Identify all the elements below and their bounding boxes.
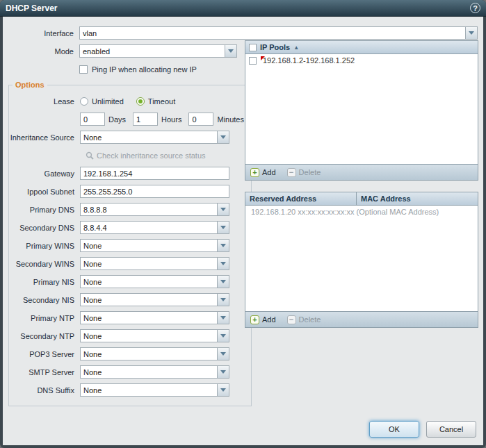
interface-input[interactable] xyxy=(80,27,465,39)
chevron-down-icon[interactable] xyxy=(217,131,229,143)
chevron-down-icon[interactable] xyxy=(217,312,229,324)
check-inheritance-label: Check inheritance source status xyxy=(97,151,206,160)
primary-wins-row: Primary WINS xyxy=(9,239,251,252)
dialog-actions: OK Cancel xyxy=(369,421,476,438)
primary-dns-input[interactable] xyxy=(81,204,217,215)
chevron-down-icon[interactable] xyxy=(465,27,477,39)
secondary-ntp-dropdown xyxy=(80,329,229,342)
dns-suffix-input[interactable] xyxy=(81,384,217,396)
primary-ntp-input[interactable] xyxy=(81,312,217,324)
secondary-nis-label: Secondary NIS xyxy=(9,296,80,304)
ip-pools-table: IP Pools ▲ 192.168.1.2-192.168.1.252 + A… xyxy=(245,40,478,181)
ping-checkbox[interactable] xyxy=(79,65,88,74)
chevron-down-icon[interactable] xyxy=(217,294,229,306)
cancel-button[interactable]: Cancel xyxy=(426,421,476,438)
hours-label: Hours xyxy=(161,115,181,124)
ip-pools-delete-button[interactable]: − Delete xyxy=(287,168,321,177)
lease-label: Lease xyxy=(9,97,80,106)
options-fields: GatewayIppool SubnetPrimary DNSSecondary… xyxy=(9,167,251,397)
options-legend: Options xyxy=(13,81,47,89)
chevron-down-icon[interactable] xyxy=(217,348,229,360)
smtp-server-input[interactable] xyxy=(81,366,217,378)
help-icon[interactable]: ? xyxy=(470,3,480,13)
ippool-subnet-input[interactable] xyxy=(81,185,229,197)
add-icon: + xyxy=(250,315,259,324)
primary-ntp-row: Primary NTP xyxy=(9,311,251,324)
reserved-address-column[interactable]: Reserved Address xyxy=(245,192,357,205)
gateway-input[interactable] xyxy=(81,167,229,179)
minutes-label: Minutes xyxy=(217,115,244,124)
mode-input[interactable] xyxy=(80,45,225,57)
reserved-add-button[interactable]: + Add xyxy=(250,315,276,324)
reserved-address-placeholder-row[interactable]: 192.168.1.20 xx:xx:xx:xx:xx:xx (Optional… xyxy=(245,206,478,218)
smtp-server-label: SMTP Server xyxy=(9,368,80,376)
reserved-address-header[interactable]: Reserved Address MAC Address xyxy=(245,192,478,206)
primary-nis-label: Primary NIS xyxy=(9,278,80,286)
ip-pools-header[interactable]: IP Pools ▲ xyxy=(245,41,478,54)
lease-timeout-radio[interactable] xyxy=(136,97,145,106)
primary-dns-label: Primary DNS xyxy=(9,206,80,214)
reserved-delete-button[interactable]: − Delete xyxy=(287,315,321,324)
chevron-down-icon[interactable] xyxy=(217,330,229,342)
ip-pools-body: 192.168.1.2-192.168.1.252 xyxy=(245,54,478,164)
days-field xyxy=(80,113,105,126)
secondary-nis-dropdown xyxy=(80,293,229,306)
dialog-titlebar: DHCP Server ? xyxy=(0,0,486,17)
ip-pool-row[interactable]: 192.168.1.2-192.168.1.252 xyxy=(245,54,478,67)
delete-icon: − xyxy=(287,315,296,324)
dialog-body: Interface Mode Ping IP when allocating n… xyxy=(3,17,483,445)
interface-dropdown xyxy=(79,26,478,40)
chevron-down-icon[interactable] xyxy=(217,258,229,269)
secondary-dns-input[interactable] xyxy=(81,222,217,233)
pop3-server-input[interactable] xyxy=(81,348,217,360)
primary-nis-row: Primary NIS xyxy=(9,275,251,288)
ping-checkbox-label: Ping IP when allocating new IP xyxy=(92,65,197,74)
secondary-wins-input[interactable] xyxy=(81,258,217,269)
minutes-field xyxy=(188,113,213,126)
primary-wins-label: Primary WINS xyxy=(9,242,80,250)
primary-dns-dropdown xyxy=(80,203,229,216)
gateway-label: Gateway xyxy=(9,169,80,178)
inheritance-source-input[interactable] xyxy=(81,131,217,143)
ip-pool-row-checkbox[interactable] xyxy=(249,57,257,65)
secondary-wins-dropdown xyxy=(80,257,229,270)
interface-row: Interface xyxy=(8,26,478,40)
primary-ntp-dropdown xyxy=(80,311,229,324)
ip-pools-add-button[interactable]: + Add xyxy=(250,168,276,177)
inheritance-source-label: Inheritance Source xyxy=(9,133,80,142)
hours-input[interactable] xyxy=(133,113,157,125)
chevron-down-icon[interactable] xyxy=(217,204,229,215)
pop3-server-dropdown xyxy=(80,347,229,360)
secondary-ntp-input[interactable] xyxy=(81,330,217,342)
ip-pools-select-all-checkbox[interactable] xyxy=(249,44,257,51)
secondary-wins-row: Secondary WINS xyxy=(9,257,251,270)
days-input[interactable] xyxy=(81,113,104,125)
secondary-nis-input[interactable] xyxy=(81,294,217,306)
ok-button[interactable]: OK xyxy=(369,421,419,438)
primary-nis-input[interactable] xyxy=(81,276,217,288)
minutes-input[interactable] xyxy=(189,113,213,125)
inheritance-source-row: Inheritance Source xyxy=(9,131,251,144)
lease-unlimited-label: Unlimited xyxy=(92,97,124,106)
chevron-down-icon[interactable] xyxy=(217,240,229,251)
lease-duration-row: Days Hours Minutes xyxy=(9,113,251,126)
check-inheritance-link[interactable]: Check inheritance source status xyxy=(86,151,206,160)
gateway-field xyxy=(80,167,229,180)
inheritance-source-dropdown xyxy=(80,131,229,144)
days-label: Days xyxy=(108,115,126,124)
chevron-down-icon[interactable] xyxy=(225,45,236,57)
primary-wins-input[interactable] xyxy=(81,240,217,251)
add-icon: + xyxy=(250,168,259,177)
reserved-address-toolbar: + Add − Delete xyxy=(245,311,478,327)
delete-icon: − xyxy=(287,168,296,177)
interface-label: Interface xyxy=(8,29,79,38)
mac-address-column[interactable]: MAC Address xyxy=(357,192,415,205)
chevron-down-icon[interactable] xyxy=(217,366,229,378)
lease-unlimited-radio[interactable] xyxy=(80,97,88,106)
ippool-subnet-label: Ippool Subnet xyxy=(9,188,80,196)
primary-nis-dropdown xyxy=(80,275,229,288)
chevron-down-icon[interactable] xyxy=(217,276,229,288)
ippool-subnet-row: Ippool Subnet xyxy=(9,185,251,198)
chevron-down-icon[interactable] xyxy=(217,384,229,396)
chevron-down-icon[interactable] xyxy=(217,222,229,233)
